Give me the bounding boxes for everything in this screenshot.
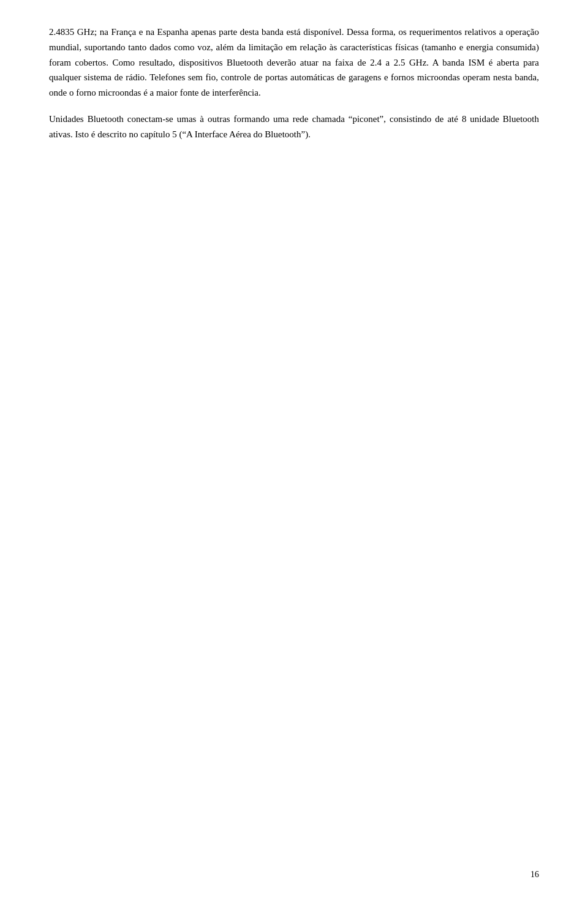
- page-number: 16: [530, 870, 539, 880]
- paragraph-2: Unidades Bluetooth conectam-se umas à ou…: [49, 112, 539, 142]
- page-container: 2.4835 GHz; na França e na Espanha apena…: [0, 0, 588, 898]
- paragraph-1: 2.4835 GHz; na França e na Espanha apena…: [49, 25, 539, 101]
- content-area: 2.4835 GHz; na França e na Espanha apena…: [49, 25, 539, 142]
